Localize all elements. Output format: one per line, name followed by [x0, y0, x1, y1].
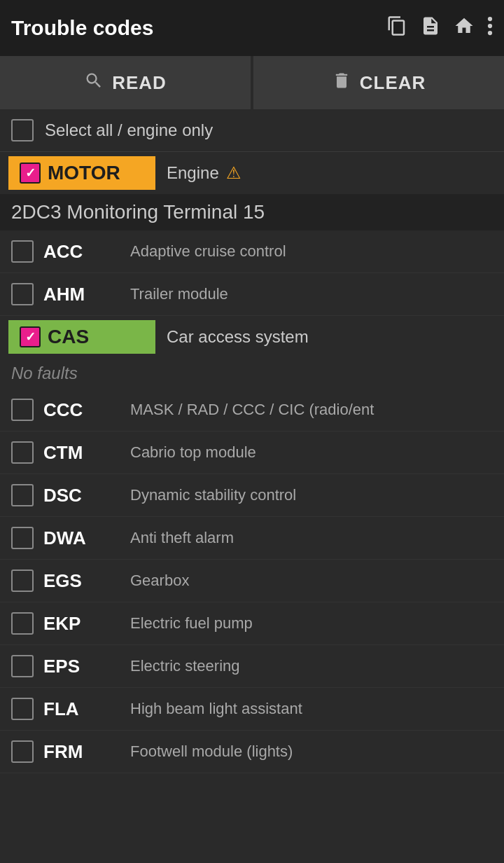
dsc-checkbox[interactable] [11, 484, 34, 506]
cas-badge[interactable]: CAS [8, 320, 155, 354]
ahm-desc: Trailer module [130, 285, 493, 303]
cas-desc-text: Car access system [167, 327, 309, 347]
motor-desc-text: Engine [167, 163, 219, 183]
delete-icon [332, 71, 351, 95]
ctm-checkbox[interactable] [11, 441, 34, 464]
cas-description: Car access system [155, 327, 309, 347]
header: Trouble codes [0, 0, 504, 56]
dsc-desc: Dynamic stability control [130, 486, 493, 504]
select-all-label: Select all / engine only [45, 120, 213, 140]
home-icon[interactable] [454, 15, 475, 41]
list-item[interactable]: CTM Cabrio top module [0, 432, 504, 474]
list-item[interactable]: AHM Trailer module [0, 273, 504, 316]
read-label: READ [112, 72, 167, 94]
search-icon [84, 71, 104, 95]
egs-checkbox[interactable] [11, 569, 34, 592]
egs-code: EGS [43, 570, 120, 592]
ekp-desc: Electric fuel pump [130, 614, 493, 633]
svg-point-0 [488, 16, 492, 20]
svg-point-1 [488, 23, 492, 27]
page-title: Trouble codes [11, 16, 386, 40]
ekp-checkbox[interactable] [11, 612, 34, 635]
cas-module-header[interactable]: CAS Car access system [0, 316, 504, 358]
clear-label: CLEAR [360, 72, 426, 94]
acc-code: ACC [43, 241, 120, 263]
dwa-desc: Anti theft alarm [130, 529, 493, 547]
fla-desc: High beam light assistant [130, 700, 493, 718]
eps-desc: Electric steering [130, 657, 493, 675]
section-title: 2DC3 Monitoring Terminal 15 [0, 194, 504, 230]
list-item[interactable]: DWA Anti theft alarm [0, 517, 504, 560]
eps-code: EPS [43, 656, 120, 677]
frm-code: FRM [43, 741, 120, 763]
clear-button[interactable]: CLEAR [253, 56, 504, 109]
dwa-code: DWA [43, 527, 120, 549]
ekp-code: EKP [43, 613, 120, 635]
list-item[interactable]: CCC MASK / RAD / CCC / CIC (radio/ent [0, 389, 504, 432]
ctm-desc: Cabrio top module [130, 443, 493, 462]
cas-checkbox[interactable] [20, 326, 41, 347]
motor-module-header[interactable]: MOTOR Engine ⚠ [0, 152, 504, 194]
ahm-code: AHM [43, 284, 120, 305]
read-button[interactable]: READ [0, 56, 251, 109]
select-all-checkbox[interactable] [11, 119, 34, 141]
motor-checkbox[interactable] [20, 163, 41, 184]
cas-code: CAS [48, 326, 89, 348]
list-item[interactable]: EGS Gearbox [0, 560, 504, 602]
egs-desc: Gearbox [130, 572, 493, 590]
ctm-code: CTM [43, 442, 120, 464]
frm-desc: Footwell module (lights) [130, 743, 493, 761]
list-item[interactable]: EPS Electric steering [0, 645, 504, 688]
ccc-code: CCC [43, 399, 120, 421]
frm-checkbox[interactable] [11, 740, 34, 763]
ccc-desc: MASK / RAD / CCC / CIC (radio/ent [130, 401, 493, 419]
dsc-code: DSC [43, 485, 120, 506]
list-item[interactable]: FLA High beam light assistant [0, 688, 504, 731]
eps-checkbox[interactable] [11, 655, 34, 677]
list-item[interactable]: FRM Footwell module (lights) [0, 731, 504, 773]
list-item[interactable]: DSC Dynamic stability control [0, 474, 504, 517]
motor-description: Engine ⚠ [155, 163, 241, 183]
fla-code: FLA [43, 698, 120, 720]
svg-point-2 [488, 30, 492, 34]
toolbar: READ CLEAR [0, 56, 504, 109]
list-item[interactable]: EKP Electric fuel pump [0, 602, 504, 645]
fla-checkbox[interactable] [11, 698, 34, 720]
select-all-row[interactable]: Select all / engine only [0, 109, 504, 152]
more-vert-icon[interactable] [487, 15, 493, 41]
warning-icon: ⚠ [226, 163, 241, 183]
list-item[interactable]: ACC Adaptive cruise control [0, 230, 504, 273]
motor-code: MOTOR [48, 162, 120, 184]
motor-badge[interactable]: MOTOR [8, 156, 155, 190]
no-faults-status: No faults [0, 358, 504, 389]
acc-checkbox[interactable] [11, 240, 34, 263]
copy-icon[interactable] [386, 15, 407, 41]
file-icon[interactable] [420, 15, 441, 41]
ahm-checkbox[interactable] [11, 283, 34, 305]
header-actions [386, 15, 493, 41]
dwa-checkbox[interactable] [11, 527, 34, 549]
ccc-checkbox[interactable] [11, 399, 34, 421]
acc-desc: Adaptive cruise control [130, 242, 493, 261]
